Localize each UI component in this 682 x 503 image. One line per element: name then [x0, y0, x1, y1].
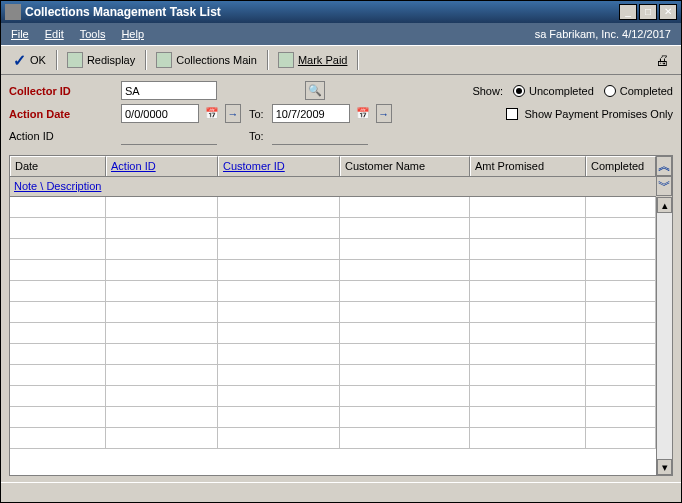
- separator: [267, 50, 268, 70]
- radio-uncompleted[interactable]: Uncompleted: [513, 85, 594, 97]
- col-customer-id-header[interactable]: Customer ID: [218, 156, 340, 176]
- minimize-button[interactable]: _: [619, 4, 637, 20]
- collector-id-input[interactable]: [121, 81, 217, 100]
- table-row[interactable]: [10, 428, 656, 449]
- table-cell: [586, 260, 656, 280]
- table-cell: [470, 197, 586, 217]
- to-date-go-button[interactable]: →: [376, 104, 392, 123]
- expand-down-button[interactable]: ︾: [656, 176, 672, 196]
- table-cell: [470, 218, 586, 238]
- menu-file[interactable]: File: [11, 28, 29, 40]
- table-cell: [218, 344, 340, 364]
- scroll-track[interactable]: [657, 213, 672, 459]
- scroll-up-button[interactable]: ▴: [657, 197, 672, 213]
- col-date-header[interactable]: Date: [10, 156, 106, 176]
- calendar-icon: 📅: [205, 107, 219, 120]
- table-row[interactable]: [10, 365, 656, 386]
- table-row[interactable]: [10, 239, 656, 260]
- window-title: Collections Management Task List: [25, 5, 619, 19]
- separator: [56, 50, 57, 70]
- radio-dot-icon: [513, 85, 525, 97]
- table-row[interactable]: [10, 407, 656, 428]
- table-cell: [340, 218, 470, 238]
- expand-up-button[interactable]: ︽: [656, 156, 672, 176]
- from-date-go-button[interactable]: →: [225, 104, 241, 123]
- table-cell: [218, 281, 340, 301]
- row-action-date: Action Date 📅 → To: 📅 → Show Payment Pro…: [9, 104, 673, 123]
- table-cell: [10, 323, 106, 343]
- to-date-calendar-button[interactable]: 📅: [354, 104, 372, 123]
- table-row[interactable]: [10, 323, 656, 344]
- scroll-down-button[interactable]: ▾: [657, 459, 672, 475]
- table-cell: [470, 281, 586, 301]
- table-cell: [586, 344, 656, 364]
- checkbox-icon: [506, 108, 518, 120]
- to-date-input[interactable]: [272, 104, 350, 123]
- table-cell: [10, 407, 106, 427]
- table-cell: [340, 365, 470, 385]
- scrollbar-vertical[interactable]: ▴ ▾: [656, 197, 672, 475]
- col-customer-name-header[interactable]: Customer Name: [340, 156, 470, 176]
- note-description-link[interactable]: Note \ Description: [14, 180, 101, 193]
- collections-main-button[interactable]: Collections Main: [150, 50, 263, 70]
- mark-paid-label: Mark Paid: [298, 54, 348, 66]
- radio-completed[interactable]: Completed: [604, 85, 673, 97]
- redisplay-icon: [67, 52, 83, 68]
- table-cell: [340, 197, 470, 217]
- grid-rows-container: [10, 197, 656, 475]
- print-button[interactable]: [649, 50, 675, 70]
- maximize-button[interactable]: □: [639, 4, 657, 20]
- action-id-label: Action ID: [9, 130, 117, 142]
- action-id-to-input[interactable]: [272, 127, 368, 145]
- window-controls: _ □ ✕: [619, 4, 677, 20]
- show-label: Show:: [472, 85, 503, 97]
- to-label: To:: [249, 108, 264, 120]
- table-cell: [586, 197, 656, 217]
- menu-edit[interactable]: Edit: [45, 28, 64, 40]
- table-cell: [340, 386, 470, 406]
- table-cell: [106, 365, 218, 385]
- table-cell: [340, 323, 470, 343]
- close-button[interactable]: ✕: [659, 4, 677, 20]
- table-cell: [470, 386, 586, 406]
- menu-tools[interactable]: Tools: [80, 28, 106, 40]
- table-cell: [470, 365, 586, 385]
- uncompleted-label: Uncompleted: [529, 85, 594, 97]
- table-cell: [586, 386, 656, 406]
- collector-lookup-button[interactable]: 🔍: [305, 81, 325, 100]
- table-row[interactable]: [10, 281, 656, 302]
- table-row[interactable]: [10, 197, 656, 218]
- redisplay-label: Redisplay: [87, 54, 135, 66]
- status-bar: [1, 482, 681, 502]
- from-date-input[interactable]: [121, 104, 199, 123]
- table-row[interactable]: [10, 218, 656, 239]
- show-group: Show: Uncompleted Completed: [472, 85, 673, 97]
- col-action-id-header[interactable]: Action ID: [106, 156, 218, 176]
- action-id-from-input[interactable]: [121, 127, 217, 145]
- ok-button[interactable]: ✓ OK: [7, 49, 52, 72]
- action-date-label: Action Date: [9, 108, 117, 120]
- table-cell: [10, 365, 106, 385]
- from-date-calendar-button[interactable]: 📅: [203, 104, 221, 123]
- mark-paid-button[interactable]: Mark Paid: [272, 50, 354, 70]
- menubar-status: sa Fabrikam, Inc. 4/12/2017: [535, 28, 671, 40]
- promises-group: Show Payment Promises Only: [506, 108, 673, 120]
- col-completed-header[interactable]: Completed: [586, 156, 656, 176]
- promises-label: Show Payment Promises Only: [524, 108, 673, 120]
- body-area: Collector ID 🔍 Show: Uncompleted Complet…: [1, 75, 681, 482]
- checkmark-icon: ✓: [13, 51, 26, 70]
- table-row[interactable]: [10, 260, 656, 281]
- table-row[interactable]: [10, 386, 656, 407]
- table-cell: [218, 302, 340, 322]
- menu-help[interactable]: Help: [121, 28, 144, 40]
- table-cell: [470, 302, 586, 322]
- table-cell: [10, 281, 106, 301]
- table-row[interactable]: [10, 302, 656, 323]
- redisplay-button[interactable]: Redisplay: [61, 50, 141, 70]
- col-amt-promised-header[interactable]: Amt Promised: [470, 156, 586, 176]
- table-row[interactable]: [10, 344, 656, 365]
- show-promises-checkbox[interactable]: Show Payment Promises Only: [506, 108, 673, 120]
- row-collector: Collector ID 🔍 Show: Uncompleted Complet…: [9, 81, 673, 100]
- table-cell: [106, 197, 218, 217]
- table-cell: [340, 344, 470, 364]
